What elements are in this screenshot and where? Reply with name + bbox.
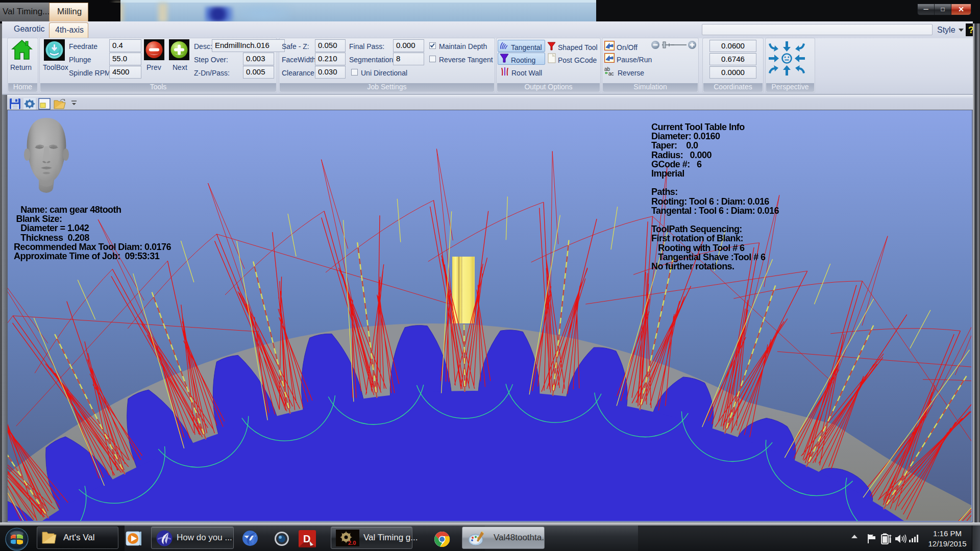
svg-text:2.0: 2.0 xyxy=(348,540,356,546)
svg-text:ac: ac xyxy=(608,71,614,77)
svg-text:D: D xyxy=(303,533,310,544)
